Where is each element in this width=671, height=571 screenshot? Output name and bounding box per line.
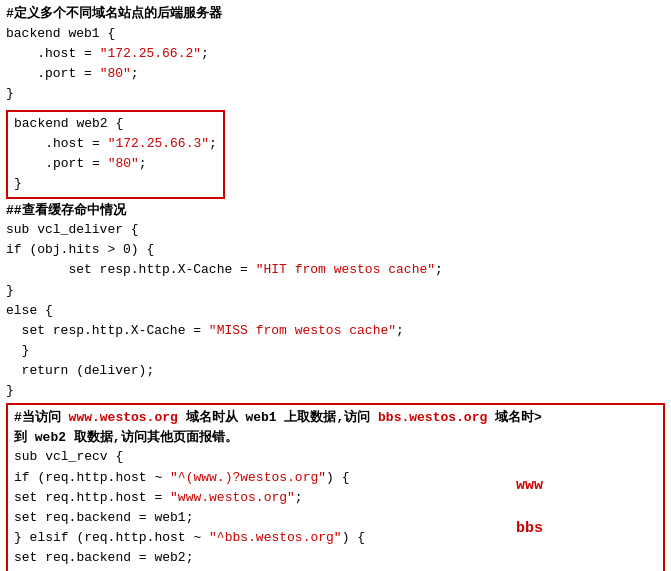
comment-define-backends: #定义多个不同域名站点的后端服务器 xyxy=(6,4,665,24)
sub-vcl-recv: sub vcl_recv { xyxy=(14,449,123,464)
main-container: #定义多个不同域名站点的后端服务器 backend web1 { .host =… xyxy=(0,0,671,571)
bbs-label: bbs xyxy=(516,520,543,537)
www-label: www xyxy=(516,477,543,494)
set-host-www: set req.http.host = "www.westos.org"; xyxy=(14,490,303,505)
sub-vcl-deliver: sub vcl_deliver { xyxy=(6,222,139,237)
backend-web1-host: .host = .host = "172.25.66.2";"172.25.66… xyxy=(6,46,209,61)
backend-web2-host: .host = "172.25.66.3"; xyxy=(14,136,217,151)
close-if-hits: } xyxy=(6,283,14,298)
close-else: } xyxy=(6,343,29,358)
backend-web2-port: .port = "80"; xyxy=(14,156,147,171)
comment-domains: #当访问 www.westos.org 域名时从 web1 上取数据,访问 bb… xyxy=(14,408,657,428)
else-miss: else { xyxy=(6,303,53,318)
set-miss-cache: set resp.http.X-Cache = "MISS from westo… xyxy=(6,323,404,338)
set-backend-web1: set req.backend = web1; xyxy=(14,510,193,525)
if-www-host: if (req.http.host ~ "^(www.)?westos.org"… xyxy=(14,470,349,485)
return-deliver: return (deliver); xyxy=(6,363,154,378)
backend-web2-close: } xyxy=(14,176,22,191)
set-backend-web2: set req.backend = web2; xyxy=(14,550,193,565)
backend-web2-open: backend web2 { xyxy=(14,116,123,131)
elsif-bbs-host: } elsif (req.http.host ~ "^bbs.westos.or… xyxy=(14,530,365,545)
close-deliver-sub: } xyxy=(6,383,14,398)
backend-web2-block: backend web2 { .host = "172.25.66.3"; .p… xyxy=(6,110,225,199)
backend-web2-pre: backend web2 { .host = "172.25.66.3"; .p… xyxy=(14,114,217,195)
backend-web1-block: backend web1 { .host = .host = "172.25.6… xyxy=(6,24,665,105)
backend-web1-open: backend web1 { xyxy=(6,26,115,41)
vcl-recv-section: #当访问 www.westos.org 域名时从 web1 上取数据,访问 bb… xyxy=(6,403,665,571)
backend-web1-port: .port = "80"; xyxy=(6,66,139,81)
set-hit-cache: set resp.http.X-Cache = "HIT from westos… xyxy=(6,262,443,277)
comment-domains-2: 到 web2 取数据,访问其他页面报错。 xyxy=(14,428,657,448)
backend-web1-close: } xyxy=(6,86,14,101)
vcl-recv-block: sub vcl_recv { if (req.http.host ~ "^(ww… xyxy=(14,447,657,571)
comment-cache-hits: ##查看缓存命中情况 xyxy=(6,201,665,221)
if-hits: if (obj.hits > 0) { xyxy=(6,242,154,257)
vcl-deliver-block: sub vcl_deliver { if (obj.hits > 0) { se… xyxy=(6,220,665,401)
